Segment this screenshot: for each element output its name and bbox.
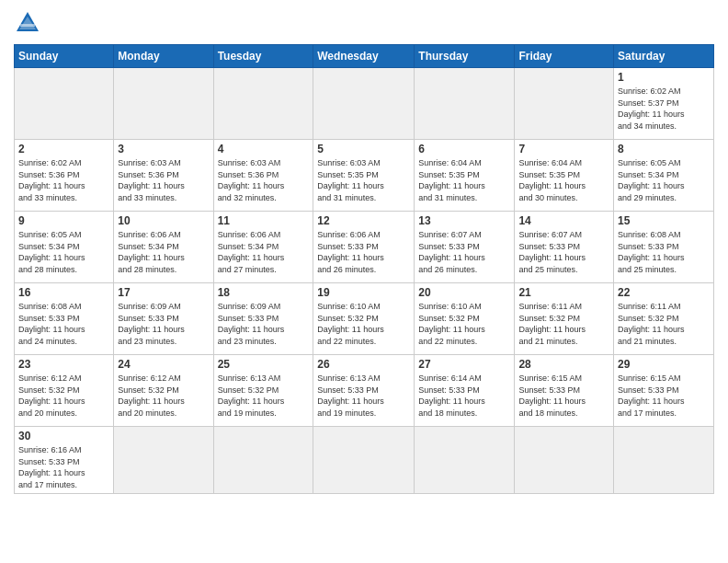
logo-icon — [14, 9, 41, 37]
calendar-day: 14Sunrise: 6:07 AM Sunset: 5:33 PM Dayli… — [515, 212, 614, 283]
calendar-day: 10Sunrise: 6:06 AM Sunset: 5:34 PM Dayli… — [114, 212, 213, 283]
calendar-day — [114, 427, 213, 494]
day-info: Sunrise: 6:11 AM Sunset: 5:32 PM Dayligh… — [618, 301, 710, 347]
weekday-header-monday: Monday — [114, 45, 213, 68]
calendar-day: 17Sunrise: 6:09 AM Sunset: 5:33 PM Dayli… — [114, 283, 213, 355]
calendar-day — [213, 68, 313, 140]
calendar-day: 24Sunrise: 6:12 AM Sunset: 5:32 PM Dayli… — [114, 355, 213, 427]
day-info: Sunrise: 6:05 AM Sunset: 5:34 PM Dayligh… — [618, 157, 710, 203]
calendar-day: 9Sunrise: 6:05 AM Sunset: 5:34 PM Daylig… — [15, 212, 114, 283]
day-info: Sunrise: 6:02 AM Sunset: 5:37 PM Dayligh… — [618, 86, 710, 132]
day-number: 18 — [218, 286, 310, 299]
day-number: 19 — [317, 286, 410, 299]
day-number: 28 — [518, 358, 609, 371]
calendar-day — [114, 68, 213, 140]
calendar-day: 3Sunrise: 6:03 AM Sunset: 5:36 PM Daylig… — [114, 140, 213, 212]
day-info: Sunrise: 6:06 AM Sunset: 5:33 PM Dayligh… — [317, 229, 410, 275]
svg-rect-2 — [20, 24, 35, 27]
day-info: Sunrise: 6:03 AM Sunset: 5:35 PM Dayligh… — [317, 157, 410, 203]
day-info: Sunrise: 6:05 AM Sunset: 5:34 PM Dayligh… — [18, 229, 109, 275]
calendar-day: 25Sunrise: 6:13 AM Sunset: 5:32 PM Dayli… — [213, 355, 313, 427]
day-number: 24 — [118, 358, 209, 371]
day-info: Sunrise: 6:07 AM Sunset: 5:33 PM Dayligh… — [518, 229, 609, 275]
weekday-header-tuesday: Tuesday — [213, 45, 313, 68]
day-number: 26 — [317, 358, 410, 371]
calendar-day — [213, 427, 313, 494]
calendar-day: 21Sunrise: 6:11 AM Sunset: 5:32 PM Dayli… — [515, 283, 614, 355]
weekday-header-thursday: Thursday — [415, 45, 515, 68]
day-info: Sunrise: 6:12 AM Sunset: 5:32 PM Dayligh… — [118, 373, 209, 419]
day-info: Sunrise: 6:11 AM Sunset: 5:32 PM Dayligh… — [518, 301, 609, 347]
calendar-day — [313, 427, 415, 494]
day-number: 16 — [18, 286, 109, 299]
day-number: 29 — [618, 358, 710, 371]
calendar-day — [15, 68, 114, 140]
day-number: 10 — [118, 214, 209, 227]
day-info: Sunrise: 6:03 AM Sunset: 5:36 PM Dayligh… — [218, 157, 310, 203]
calendar-day — [515, 427, 614, 494]
day-info: Sunrise: 6:13 AM Sunset: 5:32 PM Dayligh… — [218, 373, 310, 419]
calendar-day: 7Sunrise: 6:04 AM Sunset: 5:35 PM Daylig… — [515, 140, 614, 212]
weekday-header-sunday: Sunday — [15, 45, 114, 68]
day-info: Sunrise: 6:15 AM Sunset: 5:33 PM Dayligh… — [518, 373, 609, 419]
day-number: 2 — [18, 143, 109, 155]
day-number: 8 — [618, 143, 710, 155]
calendar-table: SundayMondayTuesdayWednesdayThursdayFrid… — [14, 44, 714, 494]
day-number: 6 — [418, 143, 510, 155]
calendar-day: 13Sunrise: 6:07 AM Sunset: 5:33 PM Dayli… — [415, 212, 515, 283]
calendar-day — [515, 68, 614, 140]
day-info: Sunrise: 6:03 AM Sunset: 5:36 PM Dayligh… — [118, 157, 209, 203]
day-info: Sunrise: 6:16 AM Sunset: 5:33 PM Dayligh… — [18, 444, 109, 490]
day-number: 22 — [618, 286, 710, 299]
day-number: 9 — [18, 214, 109, 227]
day-number: 27 — [418, 358, 510, 371]
calendar-day — [415, 68, 515, 140]
calendar-day: 12Sunrise: 6:06 AM Sunset: 5:33 PM Dayli… — [313, 212, 415, 283]
weekday-header-wednesday: Wednesday — [313, 45, 415, 68]
day-info: Sunrise: 6:08 AM Sunset: 5:33 PM Dayligh… — [18, 301, 109, 347]
weekday-header-saturday: Saturday — [614, 45, 714, 68]
day-number: 20 — [418, 286, 510, 299]
calendar-day: 26Sunrise: 6:13 AM Sunset: 5:33 PM Dayli… — [313, 355, 415, 427]
day-number: 17 — [118, 286, 209, 299]
day-number: 25 — [218, 358, 310, 371]
calendar-day: 18Sunrise: 6:09 AM Sunset: 5:33 PM Dayli… — [213, 283, 313, 355]
calendar-day: 19Sunrise: 6:10 AM Sunset: 5:32 PM Dayli… — [313, 283, 415, 355]
day-info: Sunrise: 6:06 AM Sunset: 5:34 PM Dayligh… — [218, 229, 310, 275]
calendar-day: 20Sunrise: 6:10 AM Sunset: 5:32 PM Dayli… — [415, 283, 515, 355]
calendar-day: 1Sunrise: 6:02 AM Sunset: 5:37 PM Daylig… — [614, 68, 714, 140]
calendar-day: 29Sunrise: 6:15 AM Sunset: 5:33 PM Dayli… — [614, 355, 714, 427]
day-info: Sunrise: 6:14 AM Sunset: 5:33 PM Dayligh… — [418, 373, 510, 419]
day-info: Sunrise: 6:02 AM Sunset: 5:36 PM Dayligh… — [18, 157, 109, 203]
day-number: 23 — [18, 358, 109, 371]
day-number: 15 — [618, 214, 710, 227]
day-number: 14 — [518, 214, 609, 227]
day-info: Sunrise: 6:07 AM Sunset: 5:33 PM Dayligh… — [418, 229, 510, 275]
calendar-day: 23Sunrise: 6:12 AM Sunset: 5:32 PM Dayli… — [15, 355, 114, 427]
calendar-day: 4Sunrise: 6:03 AM Sunset: 5:36 PM Daylig… — [213, 140, 313, 212]
calendar-day: 27Sunrise: 6:14 AM Sunset: 5:33 PM Dayli… — [415, 355, 515, 427]
calendar-day: 22Sunrise: 6:11 AM Sunset: 5:32 PM Dayli… — [614, 283, 714, 355]
day-info: Sunrise: 6:09 AM Sunset: 5:33 PM Dayligh… — [118, 301, 209, 347]
calendar-day: 16Sunrise: 6:08 AM Sunset: 5:33 PM Dayli… — [15, 283, 114, 355]
day-number: 30 — [18, 430, 109, 442]
day-number: 7 — [518, 143, 609, 155]
day-info: Sunrise: 6:12 AM Sunset: 5:32 PM Dayligh… — [18, 373, 109, 419]
day-number: 11 — [218, 214, 310, 227]
day-info: Sunrise: 6:04 AM Sunset: 5:35 PM Dayligh… — [418, 157, 510, 203]
day-info: Sunrise: 6:15 AM Sunset: 5:33 PM Dayligh… — [618, 373, 710, 419]
day-info: Sunrise: 6:06 AM Sunset: 5:34 PM Dayligh… — [118, 229, 209, 275]
day-info: Sunrise: 6:09 AM Sunset: 5:33 PM Dayligh… — [218, 301, 310, 347]
calendar-day: 11Sunrise: 6:06 AM Sunset: 5:34 PM Dayli… — [213, 212, 313, 283]
calendar-day: 8Sunrise: 6:05 AM Sunset: 5:34 PM Daylig… — [614, 140, 714, 212]
day-info: Sunrise: 6:10 AM Sunset: 5:32 PM Dayligh… — [418, 301, 510, 347]
calendar-day: 6Sunrise: 6:04 AM Sunset: 5:35 PM Daylig… — [415, 140, 515, 212]
day-info: Sunrise: 6:08 AM Sunset: 5:33 PM Dayligh… — [618, 229, 710, 275]
day-number: 13 — [418, 214, 510, 227]
calendar-day: 5Sunrise: 6:03 AM Sunset: 5:35 PM Daylig… — [313, 140, 415, 212]
calendar-day: 28Sunrise: 6:15 AM Sunset: 5:33 PM Dayli… — [515, 355, 614, 427]
day-info: Sunrise: 6:04 AM Sunset: 5:35 PM Dayligh… — [518, 157, 609, 203]
day-number: 12 — [317, 214, 410, 227]
weekday-header-friday: Friday — [515, 45, 614, 68]
calendar-day: 2Sunrise: 6:02 AM Sunset: 5:36 PM Daylig… — [15, 140, 114, 212]
